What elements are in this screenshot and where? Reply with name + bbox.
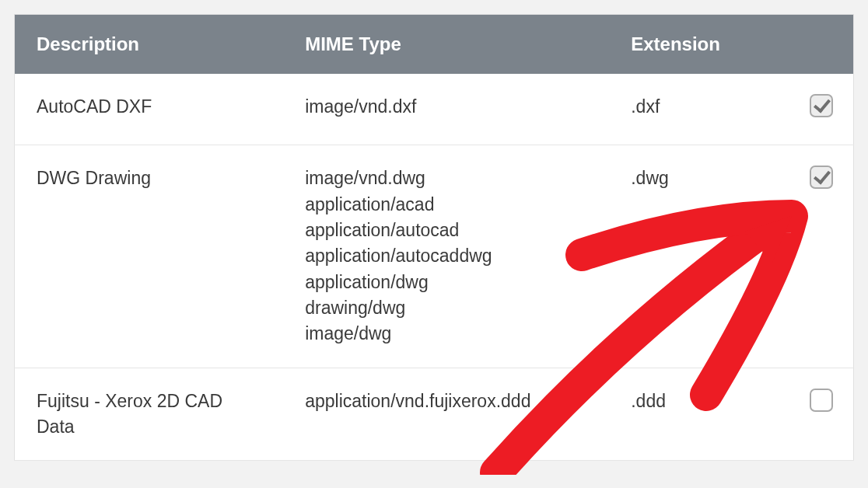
- cell-description: DWG Drawing: [15, 145, 284, 368]
- header-mime: MIME Type: [283, 15, 609, 75]
- mime-value: application/acad: [305, 192, 587, 218]
- row-checkbox[interactable]: [810, 389, 833, 412]
- mime-value: image/vnd.dwg: [305, 166, 587, 191]
- row-checkbox[interactable]: [810, 166, 833, 189]
- cell-mime: application/vnd.fujixerox.ddd: [283, 368, 609, 461]
- header-description: Description: [15, 15, 284, 75]
- cell-extension: .dxf: [609, 74, 788, 145]
- row-checkbox[interactable]: [810, 94, 833, 117]
- mime-value: application/dwg: [305, 270, 587, 295]
- mime-value: image/vnd.dxf: [305, 94, 587, 120]
- page-container: Description MIME Type Extension AutoCAD …: [14, 14, 854, 461]
- mime-value: drawing/dwg: [305, 295, 587, 321]
- cell-description: AutoCAD DXF: [15, 74, 284, 145]
- header-extension: Extension: [609, 15, 788, 75]
- cell-extension: .ddd: [609, 368, 788, 461]
- cell-mime: image/vnd.dxf: [283, 74, 609, 145]
- table-row: AutoCAD DXF image/vnd.dxf .dxf: [15, 74, 854, 145]
- mime-value: application/vnd.fujixerox.ddd: [305, 389, 587, 414]
- cell-checkbox: [789, 74, 854, 145]
- mime-value: image/dwg: [305, 321, 587, 347]
- cell-extension: .dwg: [609, 145, 788, 368]
- cell-checkbox: [789, 368, 854, 461]
- table-row: Fujitsu - Xerox 2D CAD Data application/…: [15, 368, 854, 461]
- table-header: Description MIME Type Extension: [15, 15, 854, 75]
- cell-mime: image/vnd.dwg application/acad applicati…: [283, 145, 609, 368]
- cell-description: Fujitsu - Xerox 2D CAD Data: [15, 368, 284, 461]
- mime-value: application/autocaddwg: [305, 243, 587, 269]
- header-checkbox: [789, 15, 854, 75]
- table-body: AutoCAD DXF image/vnd.dxf .dxf DWG Drawi…: [15, 74, 854, 461]
- mime-types-table: Description MIME Type Extension AutoCAD …: [14, 14, 854, 461]
- mime-value: application/autocad: [305, 218, 587, 243]
- cell-checkbox: [789, 145, 854, 368]
- table-row: DWG Drawing image/vnd.dwg application/ac…: [15, 145, 854, 368]
